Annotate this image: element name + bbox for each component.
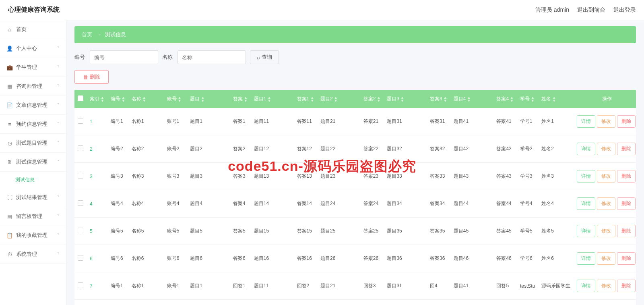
col-header-8[interactable]: 题目2▲▼ [317,90,360,108]
sidebar-item-6[interactable]: ◷测试题目管理˅ [0,134,66,153]
table-cell: 答案25 [360,218,384,245]
col-header-0[interactable]: 索引▲▼ [87,90,107,108]
row-delete-button[interactable]: 删除 [617,143,636,155]
admin-link[interactable]: 管理员 admin [535,6,569,14]
row-delete-button[interactable]: 删除 [617,225,636,237]
row-delete-button[interactable]: 删除 [617,252,636,265]
action-cell: 详情修改删除 [574,135,636,163]
search-name-input[interactable] [178,50,246,64]
col-header-6[interactable]: 题目1▲▼ [251,90,294,108]
row-checkbox[interactable] [78,228,83,233]
table-cell: 答案24 [360,190,384,218]
sidebar-item-2[interactable]: 💼学生管理˅ [0,58,66,77]
row-delete-button[interactable]: 删除 [617,170,636,183]
detail-button[interactable]: 详情 [577,115,595,128]
sidebar-subitem-test-info[interactable]: 测试信息 [0,172,66,188]
table-cell: 题目26 [317,245,360,272]
detail-button[interactable]: 详情 [577,170,595,183]
data-table: 索引▲▼编号▲▼名称▲▼账号▲▼题目▲▼答案▲▼题目1▲▼答案1▲▼题目2▲▼答… [74,90,636,305]
table-cell: 答案32 [427,135,450,163]
chevron-icon: ˅ [57,233,60,238]
sidebar-item-5[interactable]: ≡预约信息管理˅ [0,115,66,134]
row-delete-button[interactable]: 删除 [617,197,636,210]
col-header-12[interactable]: 题目4▲▼ [450,90,493,108]
row-delete-button[interactable]: 删除 [617,280,636,292]
table-cell: 编号5 [107,218,128,245]
query-button[interactable]: ⌕ 查询 [250,50,279,64]
table-cell: 编号2 [107,135,128,163]
col-header-16[interactable]: 操作 [574,90,636,108]
select-all-checkbox[interactable] [78,95,83,101]
col-header-11[interactable]: 答案3▲▼ [427,90,450,108]
col-header-13[interactable]: 答案4▲▼ [493,90,517,108]
row-checkbox[interactable] [78,173,83,178]
row-checkbox[interactable] [78,282,83,288]
edit-button[interactable]: 修改 [597,197,615,210]
col-header-4[interactable]: 题目▲▼ [187,90,230,108]
table-cell: 答案11 [294,108,318,135]
delete-button[interactable]: 🗑 删除 [74,70,109,84]
sidebar-item-0[interactable]: ⌂首页 [0,20,66,39]
table-cell: 答案5 [230,218,251,245]
table-cell: 答案35 [427,218,450,245]
sidebar-item-10[interactable]: 📋我的收藏管理˅ [0,226,66,245]
table-cell: 姓名3 [538,163,574,190]
logout-link[interactable]: 退出登录 [613,6,636,14]
search-code-input[interactable] [90,50,158,64]
table-cell: 题目31 [384,272,427,300]
row-delete-button[interactable]: 删除 [617,115,636,128]
table-cell: 题目46 [450,245,493,272]
row-checkbox[interactable] [78,255,83,261]
delete-button-label: 删除 [90,73,100,81]
grid-icon: ▦ [6,83,13,89]
detail-button[interactable]: 详情 [577,197,595,210]
col-header-7[interactable]: 答案1▲▼ [294,90,318,108]
to-front-link[interactable]: 退出到前台 [577,6,605,14]
main-content: 首页 → 测试信息 编号 名称 ⌕ 查询 🗑 删除 索引▲▼编号▲▼名称▲▼账号… [66,20,644,305]
edit-button[interactable]: 修改 [597,252,615,265]
edit-button[interactable]: 修改 [597,143,615,155]
col-header-9[interactable]: 答案2▲▼ [360,90,384,108]
col-header-15[interactable]: 姓名▲▼ [538,90,574,108]
row-checkbox[interactable] [78,200,83,206]
detail-button[interactable]: 详情 [577,225,595,237]
table-cell: 题目6 [187,245,230,272]
sidebar-item-label: 测试题目管理 [16,139,47,147]
edit-button[interactable]: 修改 [597,115,615,128]
col-header-10[interactable]: 题目3▲▼ [384,90,427,108]
table-cell: 1个月 [294,300,318,305]
col-header-1[interactable]: 编号▲▼ [107,90,128,108]
sidebar-item-8[interactable]: ⛶测试结果管理˅ [0,188,66,207]
col-header-2[interactable]: 名称▲▼ [128,90,164,108]
chevron-icon: ˅ [57,46,60,51]
detail-button[interactable]: 详情 [577,280,595,292]
chevron-icon: ˄ [57,160,60,165]
row-checkbox[interactable] [78,145,83,151]
sidebar-item-4[interactable]: 📄文章信息管理˅ [0,96,66,115]
table-cell: 名称2 [128,135,164,163]
sidebar-item-11[interactable]: ⏱系统管理˅ [0,245,66,264]
table-cell: 答案36 [427,245,450,272]
table-cell: 答案13 [294,163,318,190]
edit-button[interactable]: 修改 [597,170,615,183]
table-cell: 回答2 [294,272,318,300]
sidebar-item-1[interactable]: 👤个人中心˅ [0,39,66,58]
sidebar-item-7[interactable]: 🗎测试信息管理˄ [0,153,66,172]
edit-button[interactable]: 修改 [597,280,615,292]
detail-button[interactable]: 详情 [577,143,595,155]
sidebar-item-3[interactable]: ▦咨询师管理˅ [0,77,66,96]
detail-button[interactable]: 详情 [577,252,595,265]
table-cell: 题目5 [187,218,230,245]
sidebar-item-9[interactable]: ▤留言板管理˅ [0,207,66,226]
chevron-icon: ˅ [57,122,60,127]
col-header-5[interactable]: 答案▲▼ [230,90,251,108]
breadcrumb-home[interactable]: 首页 [82,31,92,37]
row-checkbox[interactable] [78,118,83,124]
col-header-3[interactable]: 账号▲▼ [164,90,187,108]
table-cell: 源码乐园学生 [538,300,574,305]
table-cell: 编号1 [107,108,128,135]
table-cell: 账号4 [164,190,187,218]
sort-icon: ▲▼ [377,96,380,102]
col-header-14[interactable]: 学号▲▼ [517,90,538,108]
edit-button[interactable]: 修改 [597,225,615,237]
